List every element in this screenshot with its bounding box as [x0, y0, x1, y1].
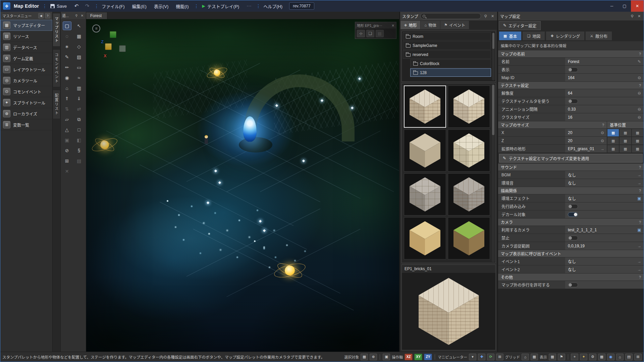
manipulator-caret-button[interactable]: ▾ — [469, 354, 476, 360]
forbid-tool[interactable]: ⊘ — [63, 146, 71, 155]
mirror-tool[interactable]: ⇄ — [75, 105, 83, 113]
status-layers-button[interactable]: ▤ — [625, 354, 633, 360]
collapse-icon[interactable]: ◀ — [38, 13, 44, 18]
menu-function[interactable]: 機能(I) — [174, 2, 191, 11]
half-block-tool[interactable]: ◧ — [75, 136, 83, 144]
menu-edit[interactable]: 編集(E) — [130, 2, 149, 11]
tree-item-colorblock[interactable]: ColorBlock — [410, 59, 491, 68]
layers-tool[interactable]: ▤ — [75, 157, 83, 165]
view-gizmo[interactable]: Z X — [101, 31, 131, 63]
reset-icon[interactable]: ⊖ — [635, 74, 644, 81]
event1-picker[interactable]: なし — [565, 257, 635, 265]
help-icon[interactable]: ? — [639, 189, 641, 193]
axis-xy-button[interactable]: XY — [414, 354, 422, 360]
delete-tool[interactable]: ✕ — [63, 167, 71, 175]
menu-file[interactable]: ファイル(F) — [100, 2, 127, 11]
axis-xz-button[interactable]: XZ — [405, 354, 413, 360]
reset-icon[interactable]: ⊖ — [598, 129, 607, 136]
cursor-select-tool[interactable]: ↖ — [75, 22, 83, 30]
picker-arrow-icon[interactable]: → — [635, 179, 644, 187]
view-flag-button[interactable]: ⚑ — [558, 354, 565, 360]
reset-icon[interactable]: ⊖ — [635, 89, 644, 97]
close-icon[interactable]: ✕ — [80, 13, 85, 18]
size-z-input[interactable]: 20 — [565, 137, 598, 144]
triangle-tool[interactable]: △ — [63, 126, 71, 134]
animation-interval-input[interactable]: 0.33 — [565, 105, 635, 113]
bgm-picker[interactable]: なし — [565, 171, 635, 179]
tree-item-128[interactable]: 128 — [410, 68, 491, 77]
anchor-bottom-left[interactable]: ▦ — [607, 145, 619, 153]
event2-picker[interactable]: なし — [565, 265, 635, 273]
status-tiles-button[interactable]: ▦ — [598, 354, 605, 360]
reset-icon[interactable]: ⊖ — [598, 137, 607, 144]
picker-arrow-icon[interactable]: → — [635, 265, 644, 273]
more-menu-icon[interactable]: ⋯ — [245, 3, 253, 9]
help-icon[interactable]: ? — [45, 13, 50, 18]
help-icon[interactable]: ? — [639, 165, 641, 169]
stamp-tab-event[interactable]: ⚑イベント — [440, 21, 469, 29]
stamp-thumb-tile-cream[interactable] — [448, 129, 490, 172]
tab-map-list[interactable]: マップリスト — [53, 13, 60, 47]
overlay-page-button[interactable]: ▤ — [376, 30, 384, 37]
anchor-mid-right[interactable]: ▦ — [632, 137, 644, 145]
copy-tool[interactable]: ⊞ — [63, 157, 71, 165]
close-icon[interactable]: ✕ — [490, 14, 495, 18]
help-icon[interactable]: ? — [639, 220, 641, 224]
sidebar-item-database[interactable]: ▥データベース — [0, 42, 52, 53]
overlay-place-button[interactable]: ⊹ — [357, 30, 365, 37]
stamp-thumb-sand[interactable] — [404, 217, 446, 259]
status-target-button[interactable]: ⌖ — [571, 354, 578, 360]
pin-icon[interactable]: ⚲ — [630, 14, 635, 18]
magic-wand-tool[interactable]: ∗ — [63, 43, 71, 51]
gizmo-side-cube[interactable] — [119, 45, 126, 52]
grid-show-button[interactable]: ▦ — [531, 354, 538, 360]
camera-follow-input[interactable]: 0,0,19,19 — [565, 242, 635, 250]
tab-rendering[interactable]: ❖レンダリング — [546, 31, 585, 41]
help-icon[interactable]: ? — [639, 275, 641, 279]
stamp-thumb-stone-tan[interactable] — [404, 129, 446, 172]
duplicate-tool[interactable]: ⧉ — [75, 115, 83, 123]
brush-tool[interactable]: ▨ — [75, 53, 83, 61]
stamp-tab-terrain[interactable]: ◈地形 — [400, 21, 420, 29]
menu-help[interactable]: ヘルプ(H) — [261, 2, 284, 11]
tab-map[interactable]: ❏地図 — [522, 31, 545, 41]
pin-icon[interactable]: ⚲ — [483, 14, 488, 18]
sidebar-item-common-events[interactable]: ⊙コモンイベント — [0, 86, 52, 97]
apply-texture-size-button[interactable]: ✎ テクスチャ設定とマップのサイズ変更を適用 — [499, 154, 643, 163]
status-add-button[interactable]: ⊞ — [634, 354, 642, 360]
close-button[interactable]: ✕ — [631, 0, 644, 12]
height-swap-tool[interactable]: ⇅ — [63, 105, 71, 113]
anchor-top-left[interactable]: ▦ — [607, 129, 619, 137]
grid-snap-button[interactable]: ⌂ — [522, 354, 529, 360]
help-icon[interactable]: ? — [639, 52, 641, 56]
stamp-thumb-bricks-gray[interactable] — [448, 173, 490, 216]
rotate-manipulator-button[interactable]: ⟳ — [487, 354, 494, 360]
anchor-top-right[interactable]: ▦ — [632, 129, 644, 137]
player-character[interactable] — [204, 135, 209, 145]
size-x-input[interactable]: 20 — [565, 129, 598, 136]
tile-select-tool[interactable]: ▦ — [75, 32, 83, 40]
sidebar-item-sprite-tool[interactable]: ✦スプライトツール — [0, 97, 52, 108]
gizmo-center-cube[interactable] — [105, 43, 112, 50]
ambient-picker[interactable]: なし — [565, 179, 635, 187]
status-home-button[interactable]: ⌂ — [616, 354, 624, 360]
walk-outside-toggle[interactable] — [568, 283, 578, 287]
status-effects-button[interactable]: ✦ — [580, 354, 587, 360]
wall-stamp-tool[interactable]: ▥ — [75, 84, 83, 92]
camera-picker[interactable]: test_2_1_1_2_1 — [565, 226, 635, 234]
stamp-thumb-grass[interactable] — [448, 217, 490, 259]
tree-item-reserved[interactable]: reserved — [403, 50, 491, 59]
scale-manipulator-button[interactable]: ⊞ — [496, 354, 503, 360]
house-stamp-tool[interactable]: ⌂ — [63, 84, 71, 92]
lasso-select-tool[interactable]: ◌ — [63, 32, 71, 40]
decal-toggle[interactable] — [568, 212, 578, 217]
move-manipulator-button[interactable]: ✚ — [478, 354, 485, 360]
visible-toggle[interactable] — [568, 67, 578, 72]
picker-arrow-icon[interactable]: → — [635, 242, 644, 250]
tab-common-events[interactable]: コモンイベント — [53, 49, 60, 87]
picker-arrow-icon[interactable]: → — [635, 257, 644, 265]
help-icon[interactable]: ? — [639, 83, 641, 87]
picker-arrow-icon[interactable]: → — [598, 145, 607, 153]
tree-item-room[interactable]: Room — [403, 32, 491, 41]
3d-scene[interactable]: ≡ Z X 地形 EP1_gra⋯ ✕ ⊹ ❏ — [86, 19, 399, 352]
